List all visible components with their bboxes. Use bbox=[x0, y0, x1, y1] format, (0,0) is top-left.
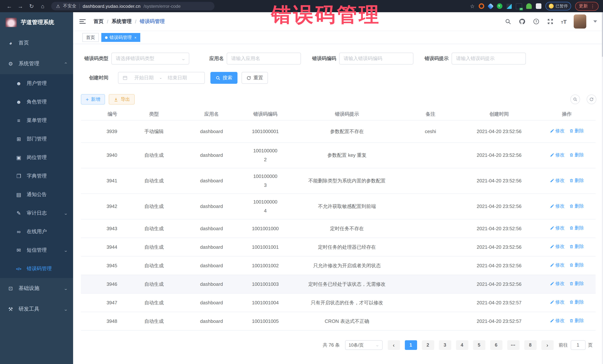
sidebar-item-字典管理[interactable]: ❐字典管理 bbox=[0, 167, 73, 185]
error-code-input[interactable]: 请输入错误码编码 bbox=[339, 53, 413, 65]
browser-forward-icon[interactable]: → bbox=[15, 3, 26, 9]
table-row[interactable]: 3947自动生成dashboard1001001004只有开启状态的任务，才可以… bbox=[81, 294, 596, 312]
extension-green-icon[interactable] bbox=[497, 3, 502, 9]
avatar-caret-icon[interactable] bbox=[593, 20, 597, 22]
extensions-puzzle-icon[interactable] bbox=[536, 3, 541, 9]
sidebar-item-岗位管理[interactable]: ▣岗位管理 bbox=[0, 148, 73, 167]
delete-link[interactable]: 删除 bbox=[569, 128, 584, 134]
sidebar-item-菜单管理[interactable]: ≡菜单管理 bbox=[0, 111, 73, 130]
scrollbar-track[interactable] bbox=[602, 12, 603, 364]
delete-link[interactable]: 删除 bbox=[569, 280, 584, 287]
page-button-1[interactable]: 1 bbox=[405, 340, 417, 350]
breadcrumb-home[interactable]: 首页 bbox=[93, 18, 104, 25]
goto-page-input[interactable]: 1 bbox=[570, 340, 585, 350]
delete-link[interactable]: 删除 bbox=[569, 317, 584, 324]
bookmark-star-icon[interactable]: ☆ bbox=[470, 3, 475, 9]
sidebar-item-通知公告[interactable]: ▤通知公告 bbox=[0, 185, 73, 204]
delete-link[interactable]: 删除 bbox=[569, 203, 584, 210]
browser-reload-icon[interactable]: ↻ bbox=[26, 3, 37, 10]
show-search-icon[interactable] bbox=[570, 95, 580, 104]
delete-link[interactable]: 删除 bbox=[569, 151, 584, 158]
page-button-8[interactable]: 8 bbox=[524, 340, 536, 350]
page-button-5[interactable]: 5 bbox=[473, 340, 485, 350]
date-range-picker[interactable]: 开始日期 - 结束日期 bbox=[118, 72, 205, 84]
breadcrumb-system[interactable]: 系统管理 bbox=[112, 18, 132, 25]
fullscreen-icon[interactable] bbox=[547, 18, 554, 25]
more-pages-button[interactable]: ••• bbox=[507, 340, 519, 350]
page-list: ‹123456•••8› bbox=[388, 340, 554, 350]
table-row[interactable]: 3941自动生成dashboard1001000003不能删除类型为系统内置的参… bbox=[81, 168, 596, 194]
help-icon[interactable]: ? bbox=[533, 18, 540, 25]
delete-link[interactable]: 删除 bbox=[569, 177, 584, 184]
app-name-input[interactable]: 请输入应用名 bbox=[227, 53, 301, 65]
page-button-3[interactable]: 3 bbox=[439, 340, 451, 350]
sidebar-item-基础设施[interactable]: ⊡基础设施⌄ bbox=[0, 278, 73, 299]
table-row[interactable]: 3942自动生成dashboard1001000004不允许获取敏感配置到前端2… bbox=[81, 194, 596, 220]
table-row[interactable]: 3943自动生成dashboard1001001000定时任务不存在2021-0… bbox=[81, 220, 596, 238]
edit-link[interactable]: 修改 bbox=[550, 177, 565, 184]
table-row[interactable]: 3944自动生成dashboard1001001001定时任务的处理器已经存在2… bbox=[81, 238, 596, 256]
sidebar-item-部门管理[interactable]: ⊞部门管理 bbox=[0, 130, 73, 148]
edit-link[interactable]: 修改 bbox=[550, 317, 565, 324]
edit-link[interactable]: 修改 bbox=[550, 203, 565, 210]
table-row[interactable]: 3945自动生成dashboard1001001002只允许修改为开启或者关闭状… bbox=[81, 256, 596, 275]
profile-paused-pill[interactable]: 已暂停 bbox=[545, 2, 571, 10]
browser-menu-dots-icon[interactable]: ⋮ bbox=[590, 3, 595, 9]
delete-link[interactable]: 删除 bbox=[569, 225, 584, 232]
sidebar-item-审计日志[interactable]: ✎审计日志⌄ bbox=[0, 204, 73, 222]
view-tag-错误码管理[interactable]: 错误码管理× bbox=[101, 33, 140, 42]
edit-link[interactable]: 修改 bbox=[550, 280, 565, 287]
font-size-icon[interactable]: TT bbox=[561, 18, 567, 25]
hamburger-icon[interactable] bbox=[79, 19, 86, 24]
error-type-select[interactable]: 请选择错误码类型 ⌄ bbox=[111, 53, 189, 65]
sidebar-item-系统管理[interactable]: ⚙系统管理⌃ bbox=[0, 53, 73, 74]
sidebar-item-用户管理[interactable]: ☻用户管理 bbox=[0, 74, 73, 93]
table-row[interactable]: 3946自动生成dashboard1001001003定时任务已经处于该状态，无… bbox=[81, 275, 596, 294]
extension-gem-icon[interactable] bbox=[487, 3, 494, 9]
edit-link[interactable]: 修改 bbox=[550, 128, 565, 134]
browser-update-button[interactable]: 更新 ⋮ bbox=[575, 2, 599, 11]
error-hint-input[interactable]: 请输入错误码提示 bbox=[452, 53, 526, 65]
edit-link[interactable]: 修改 bbox=[550, 151, 565, 158]
browser-back-icon[interactable]: ← bbox=[4, 3, 15, 9]
table-row[interactable]: 3939手动编辑dashboard1001000001参数配置不存在ceshi2… bbox=[81, 121, 596, 143]
sidebar-item-短信管理[interactable]: ✉短信管理⌄ bbox=[0, 241, 73, 259]
page-button-4[interactable]: 4 bbox=[456, 340, 468, 350]
table-row[interactable]: 3948自动生成dashboard1001001005CRON 表达式不正确20… bbox=[81, 312, 596, 331]
edit-link[interactable]: 修改 bbox=[550, 262, 565, 269]
scrollbar-thumb[interactable] bbox=[602, 12, 603, 57]
delete-link[interactable]: 删除 bbox=[569, 299, 584, 306]
user-avatar[interactable] bbox=[574, 14, 586, 29]
delete-link[interactable]: 删除 bbox=[569, 243, 584, 250]
sidebar-item-首页[interactable]: ◕首页 bbox=[0, 33, 73, 53]
prev-page-button[interactable]: ‹ bbox=[388, 340, 400, 350]
browser-home-icon[interactable]: ⌂ bbox=[37, 3, 48, 9]
address-bar[interactable]: ⚠ 不安全 dashboard.yudao.iocoder.cn/system/… bbox=[51, 2, 214, 10]
extension-on-badge-icon[interactable] bbox=[516, 3, 522, 9]
close-tag-icon[interactable]: × bbox=[134, 35, 137, 39]
search-button[interactable]: 搜索 bbox=[210, 72, 237, 84]
page-size-select[interactable]: 10条/页 ⌄ bbox=[345, 340, 383, 350]
search-icon[interactable] bbox=[504, 18, 511, 25]
sidebar-item-错误码管理[interactable]: </>错误码管理 bbox=[0, 259, 73, 278]
page-button-6[interactable]: 6 bbox=[490, 340, 502, 350]
export-button[interactable]: 导出 bbox=[109, 94, 135, 105]
extension-squares-icon[interactable] bbox=[507, 3, 512, 9]
view-tag-首页[interactable]: 首页 bbox=[82, 33, 99, 42]
edit-link[interactable]: 修改 bbox=[550, 225, 565, 232]
add-button[interactable]: + 新增 bbox=[81, 94, 105, 105]
table-row[interactable]: 3940自动生成dashboard1001000002参数配置 key 重复20… bbox=[81, 143, 596, 168]
sidebar-item-研发工具[interactable]: ⚒研发工具⌄ bbox=[0, 299, 73, 320]
refresh-icon[interactable] bbox=[587, 95, 596, 104]
reset-button[interactable]: 重置 bbox=[242, 72, 268, 84]
page-button-2[interactable]: 2 bbox=[422, 340, 434, 350]
edit-link[interactable]: 修改 bbox=[550, 299, 565, 306]
extension-figure-icon[interactable] bbox=[526, 3, 532, 9]
sidebar-item-角色管理[interactable]: ☻角色管理 bbox=[0, 93, 73, 111]
github-icon[interactable] bbox=[519, 18, 526, 25]
extension-icon[interactable] bbox=[479, 3, 484, 9]
next-page-button[interactable]: › bbox=[541, 340, 554, 350]
delete-link[interactable]: 删除 bbox=[569, 262, 584, 269]
sidebar-item-在线用户[interactable]: ∞在线用户 bbox=[0, 222, 73, 241]
edit-link[interactable]: 修改 bbox=[550, 243, 565, 250]
